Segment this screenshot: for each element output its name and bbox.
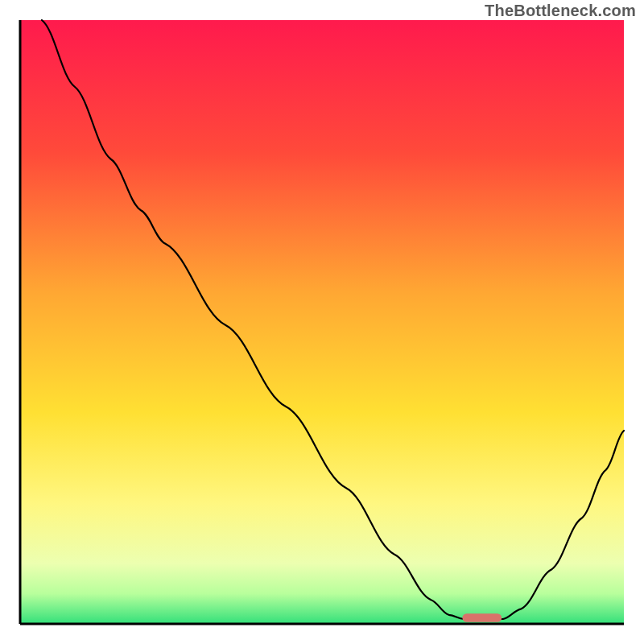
optimal-marker [462, 613, 502, 622]
gradient-background [20, 20, 624, 624]
chart-container: TheBottleneck.com [0, 0, 644, 644]
bottleneck-chart [0, 0, 644, 644]
watermark-text: TheBottleneck.com [485, 2, 636, 20]
